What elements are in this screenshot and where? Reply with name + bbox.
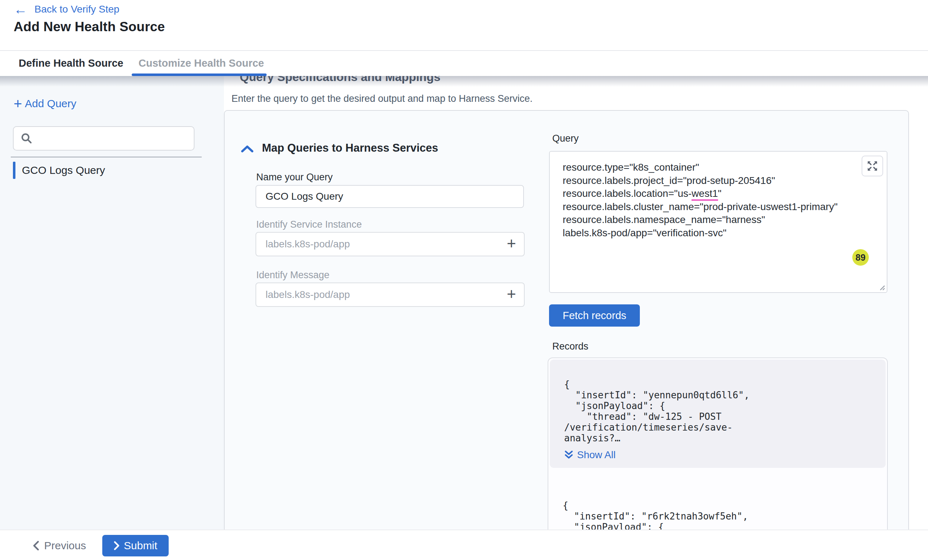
tab-define-health-source[interactable]: Define Health Source: [19, 57, 124, 69]
query-label: Query: [552, 133, 579, 144]
header-divider: [0, 50, 928, 51]
back-link-label: Back to Verify Step: [34, 4, 119, 15]
submit-label: Submit: [124, 540, 157, 552]
query-name-input[interactable]: [255, 185, 524, 208]
tab-customize-health-source[interactable]: Customize Health Source: [139, 57, 264, 69]
chevron-up-icon[interactable]: [241, 145, 253, 152]
fetch-records-button[interactable]: Fetch records: [549, 304, 640, 327]
query-item-label: GCO Logs Query: [22, 164, 105, 177]
sidebar-item-gco-logs-query[interactable]: GCO Logs Query: [11, 161, 205, 179]
query-char-count-badge: 89: [852, 249, 869, 266]
add-health-source-screen: ← Back to Verify Step Add New Health Sou…: [0, 0, 928, 560]
submit-button[interactable]: Submit: [102, 535, 169, 556]
query-textarea[interactable]: resource.type="k8s_container"resource.la…: [549, 151, 887, 293]
add-field-icon[interactable]: +: [507, 236, 516, 251]
sidebar-divider: [11, 157, 201, 157]
page-title: Add New Health Source: [14, 19, 165, 34]
message-field: +: [255, 283, 525, 307]
back-to-verify-step-link[interactable]: ← Back to Verify Step: [14, 4, 119, 15]
chevron-left-icon: [33, 541, 39, 551]
back-arrow-icon: ←: [14, 4, 27, 14]
footer-bar: Previous Submit: [0, 530, 928, 560]
previous-label: Previous: [44, 540, 86, 552]
service-instance-input[interactable]: [256, 238, 507, 250]
expand-query-button[interactable]: [862, 155, 883, 177]
query-code: resource.type="k8s_container"resource.la…: [563, 161, 847, 239]
query-search-box[interactable]: [13, 126, 194, 151]
search-icon: [21, 132, 32, 144]
add-query-label: Add Query: [25, 97, 76, 110]
records-label: Records: [552, 341, 589, 352]
identify-service-instance-label: Identify Service Instance: [256, 219, 362, 230]
show-all-link[interactable]: Show All: [564, 449, 615, 461]
content-header: Query Specifications and Mappings Enter …: [224, 76, 928, 110]
record-card: { "insertId": "yennepun0qtd6ll6", "jsonP…: [550, 359, 886, 468]
section-subheading: Enter the query to get the desired outpu…: [232, 93, 533, 104]
query-mapping-card: Map Queries to Harness Services Name you…: [224, 110, 909, 560]
show-all-label: Show All: [577, 449, 615, 461]
map-queries-title: Map Queries to Harness Services: [262, 142, 438, 155]
add-query-button[interactable]: + Add Query: [14, 97, 76, 110]
double-chevron-down-icon: [564, 450, 574, 460]
name-your-query-label: Name your Query: [256, 172, 333, 183]
message-input[interactable]: [256, 289, 507, 300]
add-field-icon[interactable]: +: [507, 287, 516, 301]
chevron-right-icon: [114, 541, 119, 550]
search-input[interactable]: [32, 127, 194, 150]
record-json: { "insertId": "yennepun0qtd6ll6", "jsonP…: [564, 379, 872, 443]
service-instance-field: +: [255, 232, 525, 256]
expand-icon: [867, 161, 878, 171]
resize-handle-icon[interactable]: [878, 283, 885, 291]
selected-query-indicator: [13, 162, 15, 179]
plus-icon: +: [14, 98, 22, 109]
section-heading: Query Specifications and Mappings: [240, 76, 440, 84]
identify-message-label: Identify Message: [256, 269, 330, 281]
active-tab-underline: [132, 73, 267, 76]
previous-button[interactable]: Previous: [31, 539, 88, 552]
